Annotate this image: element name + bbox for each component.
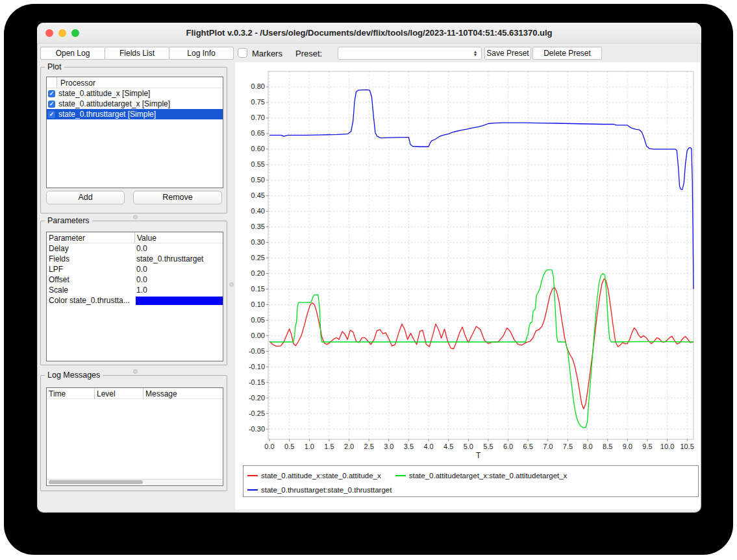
parameter-column-header: Parameter: [49, 234, 85, 243]
level-column-header: Level: [97, 389, 116, 398]
parameters-panel-title: Parameters: [45, 216, 92, 225]
processor-list-item[interactable]: ✓state_0.attitudetarget_x [Simple]: [47, 99, 223, 109]
parameter-value[interactable]: 0.0: [134, 244, 147, 253]
legend-label: state_0.attitudetarget_x:state_0.attitud…: [409, 472, 568, 480]
zoom-window-button[interactable]: [71, 29, 79, 37]
parameter-row[interactable]: Fieldsstate_0.thrusttarget: [47, 254, 223, 264]
x-tick-label: 4.5: [443, 443, 453, 450]
markers-label: Markers: [252, 49, 282, 58]
processor-list[interactable]: Processor ✓state_0.attitude_x [Simple]✓s…: [46, 77, 223, 188]
parameter-value[interactable]: state_0.thrusttarget: [134, 254, 203, 263]
x-tick-label: 9.5: [642, 443, 652, 450]
preset-label: Preset:: [295, 49, 322, 58]
item-checkbox[interactable]: ✓: [48, 90, 55, 97]
parameter-name: Color state_0.thrustta...: [47, 296, 134, 305]
y-tick-label: -0.15: [249, 378, 265, 386]
flightplot-window: FlightPlot v.0.3.2 - /Users/oleg/Documen…: [37, 23, 701, 513]
log-info-button[interactable]: Log Info: [169, 47, 234, 60]
y-tick-label: 0.00: [251, 332, 265, 339]
x-tick-label: 7.5: [563, 443, 573, 450]
parameter-name: Delay: [47, 244, 134, 253]
y-tick-label: -0.05: [249, 347, 265, 355]
save-preset-button[interactable]: Save Preset: [484, 47, 531, 60]
window-title: FlightPlot v.0.3.2 - /Users/oleg/Documen…: [37, 23, 701, 43]
x-tick-label: 4.0: [423, 443, 433, 450]
y-tick-label: -0.20: [249, 394, 265, 402]
y-tick-label: 0.65: [251, 129, 265, 137]
parameter-name: Fields: [47, 254, 134, 263]
fields-list-button[interactable]: Fields List: [105, 47, 169, 60]
splitter-handle-vertical[interactable]: [229, 282, 234, 287]
add-button[interactable]: Add: [46, 191, 125, 204]
message-column-header: Message: [145, 389, 177, 398]
x-tick-label: 10.5: [680, 443, 693, 450]
x-tick-label: 7.0: [543, 443, 553, 450]
parameter-name: LPF: [47, 265, 134, 274]
preset-combobox[interactable]: ▴▾: [338, 47, 482, 60]
item-label: state_0.thrusttarget [Simple]: [56, 110, 156, 119]
value-column-header: Value: [137, 234, 156, 243]
y-tick-label: 0.20: [251, 269, 265, 277]
parameter-row[interactable]: Offset0.0: [47, 274, 223, 285]
parameter-color-row[interactable]: Color state_0.thrustta...: [47, 295, 223, 306]
parameter-name: Offset: [47, 275, 134, 284]
processor-column-header: Processor: [60, 79, 95, 88]
parameter-value[interactable]: 0.0: [134, 275, 147, 284]
log-messages-table-header: Time Level Message: [47, 388, 223, 399]
y-tick-label: 0.70: [251, 114, 265, 121]
title-bar[interactable]: FlightPlot v.0.3.2 - /Users/oleg/Documen…: [37, 23, 701, 43]
x-tick-label: 0.0: [264, 443, 274, 450]
legend-swatch-icon: [247, 489, 258, 491]
markers-checkbox[interactable]: [238, 48, 247, 58]
x-tick-label: 8.0: [582, 443, 592, 450]
item-checkbox[interactable]: ✓: [48, 101, 55, 108]
close-window-button[interactable]: [45, 29, 53, 37]
combobox-stepper-icon[interactable]: ▴▾: [471, 48, 479, 58]
y-tick-label: 0.30: [251, 238, 265, 246]
parameter-value[interactable]: 1.0: [134, 286, 147, 295]
open-log-button[interactable]: Open Log: [40, 47, 105, 60]
x-tick-label: 1.0: [305, 443, 314, 450]
log-messages-table[interactable]: Time Level Message: [46, 387, 223, 486]
x-axis-label: T: [476, 451, 481, 460]
y-tick-label: -0.25: [249, 409, 265, 417]
y-tick-label: 0.50: [251, 176, 265, 184]
color-swatch[interactable]: [136, 297, 223, 305]
x-tick-label: 1.5: [324, 443, 334, 450]
minimize-window-button[interactable]: [58, 29, 66, 37]
x-tick-label: 6.0: [503, 443, 513, 450]
x-tick-label: 5.5: [483, 443, 493, 450]
parameter-row[interactable]: Delay0.0: [47, 243, 223, 254]
chart-panel: 0.00.51.01.52.02.53.03.54.04.55.05.56.06…: [235, 62, 700, 509]
y-tick-label: 0.15: [251, 285, 265, 293]
y-tick-label: -0.30: [249, 425, 265, 433]
splitter-handle-bottom[interactable]: [133, 369, 138, 374]
y-tick-label: 0.35: [251, 223, 265, 230]
y-tick-label: 0.80: [251, 82, 265, 90]
plot-panel-title: Plot: [45, 62, 64, 71]
time-column-header: Time: [49, 389, 66, 398]
legend-label: state_0.thrusttarget:state_0.thrusttarge…: [261, 486, 392, 494]
horizontal-scrollbar[interactable]: [47, 479, 222, 485]
y-tick-label: 0.05: [251, 316, 265, 324]
splitter-handle-top[interactable]: [133, 215, 138, 219]
horizontal-scrollbar-thumb[interactable]: [49, 480, 143, 484]
x-tick-label: 8.5: [603, 443, 612, 450]
parameter-row[interactable]: LPF0.0: [47, 264, 223, 274]
delete-preset-button[interactable]: Delete Preset: [532, 47, 602, 60]
legend-swatch-icon: [395, 475, 406, 476]
x-tick-label: 9.0: [623, 443, 632, 450]
parameters-table[interactable]: Parameter Value Delay0.0Fieldsstate_0.th…: [46, 232, 223, 361]
remove-button[interactable]: Remove: [133, 191, 222, 204]
x-tick-label: 0.5: [284, 443, 294, 450]
processor-list-item[interactable]: ✓state_0.thrusttarget [Simple]: [47, 109, 223, 119]
x-tick-label: 2.5: [364, 443, 374, 450]
chart-plot[interactable]: 0.00.51.01.52.02.53.03.54.04.55.05.56.06…: [235, 62, 700, 509]
x-tick-label: 3.0: [384, 443, 393, 450]
parameter-row[interactable]: Scale1.0: [47, 285, 223, 295]
x-tick-label: 5.0: [464, 443, 473, 450]
processor-list-item[interactable]: ✓state_0.attitude_x [Simple]: [47, 88, 223, 99]
y-tick-label: 0.40: [251, 207, 265, 215]
item-checkbox[interactable]: ✓: [48, 111, 55, 118]
parameter-value[interactable]: 0.0: [134, 265, 147, 274]
